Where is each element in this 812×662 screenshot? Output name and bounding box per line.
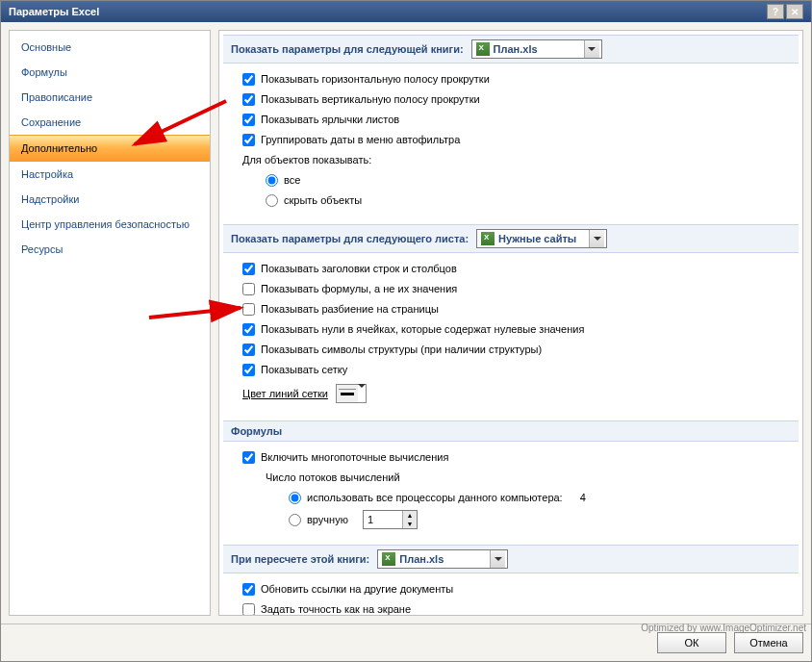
- sheet-dropdown[interactable]: Нужные сайты: [476, 229, 607, 248]
- excel-options-dialog: Параметры Excel ? ✕ Основные Формулы Пра…: [0, 0, 812, 662]
- chk-vscroll[interactable]: [242, 93, 255, 106]
- dialog-body: Основные Формулы Правописание Сохранение…: [1, 22, 811, 624]
- group-header-sheet: Показать параметры для следующего листа:…: [223, 224, 799, 253]
- chevron-down-icon: [358, 388, 366, 399]
- group-recalc: При пересчете этой книги: План.xls Обнов…: [223, 545, 799, 616]
- chevron-down-icon: [589, 230, 604, 247]
- thread-count-input[interactable]: [364, 511, 402, 528]
- dropdown-value: План.xls: [494, 43, 580, 55]
- thread-count-spinner[interactable]: ▲ ▼: [363, 510, 418, 529]
- chk-multithread[interactable]: [242, 451, 255, 464]
- sidebar-item-save[interactable]: Сохранение: [10, 110, 210, 135]
- sidebar-item-proofing[interactable]: Правописание: [10, 85, 210, 110]
- chevron-down-icon: [490, 550, 505, 568]
- chk-outline-symbols[interactable]: [242, 344, 255, 356]
- chk-update-links[interactable]: [242, 583, 255, 596]
- sidebar-item-addins[interactable]: Надстройки: [10, 187, 210, 212]
- recalc-book-dropdown[interactable]: План.xls: [377, 549, 508, 569]
- spinner-down-icon[interactable]: ▼: [403, 520, 417, 528]
- chk-group-dates[interactable]: [242, 134, 255, 146]
- radio-all-cpus[interactable]: [289, 492, 301, 504]
- book-dropdown[interactable]: План.xls: [471, 39, 602, 59]
- gridline-color-picker[interactable]: [336, 384, 367, 403]
- close-button[interactable]: ✕: [786, 4, 803, 19]
- group-formulas: Формулы Включить многопоточные вычислени…: [223, 420, 799, 537]
- titlebar: Параметры Excel ? ✕: [1, 1, 811, 22]
- radio-objects-hide[interactable]: [266, 194, 278, 207]
- group-header-recalc: При пересчете этой книги: План.xls: [223, 545, 799, 573]
- sidebar-item-formulas[interactable]: Формулы: [10, 60, 210, 85]
- chk-hscroll[interactable]: [242, 73, 255, 86]
- sidebar-item-advanced[interactable]: Дополнительно: [10, 135, 210, 162]
- chk-sheet-tabs[interactable]: [242, 114, 255, 126]
- excel-file-icon: [476, 42, 490, 56]
- group-book-display: Показать параметры для следующей книги: …: [223, 35, 799, 216]
- radio-objects-all[interactable]: [266, 174, 278, 187]
- excel-file-icon: [382, 552, 395, 566]
- objects-label: Для объектов показывать:: [242, 152, 371, 168]
- gridline-color-label: Цвет линий сетки: [242, 388, 328, 399]
- chk-show-zeros[interactable]: [242, 323, 255, 336]
- sidebar-item-resources[interactable]: Ресурсы: [10, 237, 210, 262]
- sidebar-item-general[interactable]: Основные: [10, 35, 210, 60]
- help-button[interactable]: ?: [767, 4, 784, 19]
- color-swatch-icon: [337, 385, 358, 402]
- group-header-formulas: Формулы: [223, 420, 799, 442]
- dialog-title: Параметры Excel: [9, 6, 99, 17]
- sidebar: Основные Формулы Правописание Сохранение…: [9, 30, 211, 616]
- chk-show-formulas[interactable]: [242, 283, 255, 295]
- chk-headers[interactable]: [242, 263, 255, 275]
- group-sheet-display: Показать параметры для следующего листа:…: [223, 224, 799, 413]
- watermark: Optimized by www.ImageOptimizer.net: [641, 623, 806, 633]
- cancel-button[interactable]: Отмена: [734, 632, 803, 653]
- sidebar-item-customize[interactable]: Настройка: [10, 162, 210, 187]
- titlebar-buttons: ? ✕: [767, 4, 803, 19]
- sidebar-item-trust-center[interactable]: Центр управления безопасностью: [10, 212, 210, 237]
- worksheet-icon: [481, 232, 495, 245]
- dropdown-value: Нужные сайты: [498, 233, 585, 244]
- chk-page-breaks[interactable]: [242, 303, 255, 316]
- chk-precision-displayed[interactable]: [242, 603, 255, 616]
- chevron-down-icon: [584, 40, 599, 58]
- radio-manual-threads[interactable]: [289, 514, 301, 526]
- group-header-book: Показать параметры для следующей книги: …: [223, 35, 799, 64]
- content-pane[interactable]: Показать параметры для следующей книги: …: [218, 30, 803, 616]
- group-header-label: Показать параметры для следующего листа:: [231, 233, 469, 244]
- group-header-label: Показать параметры для следующей книги:: [231, 43, 464, 55]
- ok-button[interactable]: ОК: [657, 632, 726, 653]
- threads-label: Число потоков вычислений: [266, 470, 400, 486]
- cpu-count: 4: [580, 490, 586, 506]
- chk-gridlines[interactable]: [242, 364, 255, 376]
